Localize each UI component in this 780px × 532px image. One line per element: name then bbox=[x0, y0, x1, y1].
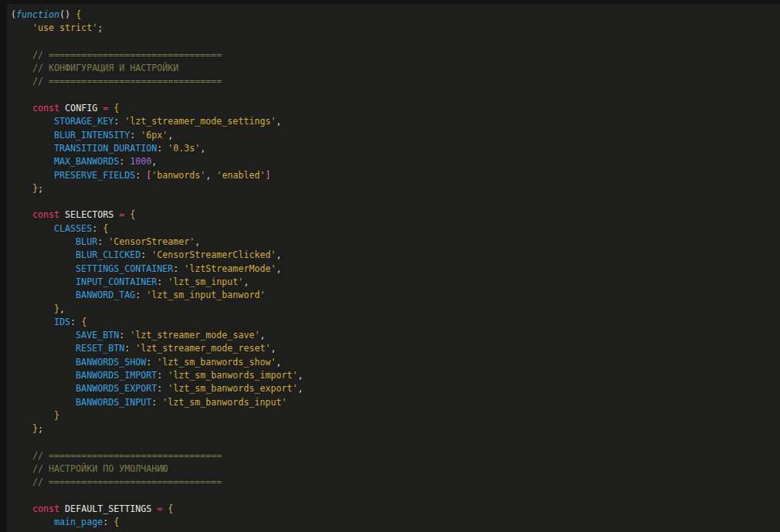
code-token-pun: : bbox=[157, 383, 168, 394]
code-token-pun: ; bbox=[38, 423, 43, 434]
code-token-key: BANWORD_TAG bbox=[76, 290, 135, 300]
code-editor[interactable]: (function() { 'use strict'; // =========… bbox=[7, 4, 780, 532]
code-line: BLUR: 'CensorStreamer', bbox=[11, 236, 780, 249]
code-line: BANWORDS_SHOW: 'lzt_sm_banwords_show', bbox=[11, 356, 780, 369]
code-token-brace: } bbox=[32, 423, 38, 434]
code-token-pln bbox=[11, 290, 76, 300]
code-token-key: BLUR_INTENSITY bbox=[54, 130, 130, 141]
code-token-str: 'lzt_sm_banwords_show' bbox=[157, 357, 276, 368]
code-line: main_page: { bbox=[11, 516, 780, 529]
code-line: }, bbox=[11, 303, 780, 316]
code-token-key: PRESERVE_FIELDS bbox=[54, 170, 135, 181]
code-line bbox=[11, 195, 780, 208]
code-token-com: // ================================ bbox=[32, 450, 222, 461]
code-token-pln bbox=[11, 249, 76, 260]
code-token-id: SELECTORS bbox=[65, 209, 114, 220]
code-token-pln bbox=[11, 330, 76, 341]
code-line: BLUR_INTENSITY: '6px', bbox=[11, 129, 780, 142]
code-token-str: 'lzt_streamer_mode_reset' bbox=[135, 343, 270, 354]
code-token-str: 'lzt_sm_input' bbox=[168, 276, 243, 287]
code-token-pun: , bbox=[243, 276, 249, 287]
code-token-pln bbox=[11, 357, 76, 368]
code-line: RESET_BTN: 'lzt_streamer_mode_reset', bbox=[11, 342, 780, 355]
code-token-pln bbox=[11, 463, 32, 474]
code-token-key: BANWORDS_SHOW bbox=[76, 357, 146, 368]
code-token-key: RESET_BTN bbox=[76, 343, 124, 354]
code-token-key: SAVE_BTN bbox=[76, 330, 119, 341]
code-token-pun: , bbox=[297, 383, 303, 394]
code-token-pln bbox=[11, 130, 54, 141]
code-token-pln bbox=[11, 156, 54, 167]
code-token-str: 'lzt_streamer_mode_save' bbox=[130, 330, 259, 341]
code-line bbox=[11, 436, 780, 449]
code-token-pln bbox=[11, 183, 32, 194]
code-token-pln bbox=[11, 103, 32, 114]
code-line: const CONFIG = { bbox=[11, 102, 780, 115]
code-token-pun: ( bbox=[11, 9, 16, 20]
code-token-pun: : bbox=[119, 330, 130, 341]
code-token-brace: { bbox=[114, 517, 119, 527]
code-token-pun: : bbox=[70, 317, 81, 327]
code-token-str: 'lzt_sm_banwords_export' bbox=[168, 383, 297, 394]
code-token-pln bbox=[11, 517, 54, 527]
code-token-key: SETTINGS_CONTAINER bbox=[76, 263, 173, 274]
code-token-pln bbox=[11, 317, 54, 327]
code-token-pln bbox=[11, 370, 76, 381]
code-token-pln bbox=[11, 410, 54, 421]
code-line: // ================================ bbox=[11, 449, 780, 463]
code-token-key: MAX_BANWORDS bbox=[54, 156, 119, 167]
code-token-id: DEFAULT_SETTINGS bbox=[65, 503, 151, 514]
code-token-pln bbox=[11, 263, 76, 274]
code-token-id: CONFIG bbox=[65, 103, 97, 114]
code-token-pun: , bbox=[151, 156, 157, 167]
code-token-com: // НАСТРОЙКИ ПО УМОЛЧАНИЮ bbox=[32, 463, 168, 474]
code-line bbox=[11, 490, 780, 503]
code-token-brk: ] bbox=[265, 170, 270, 181]
code-token-pun: , bbox=[200, 143, 205, 154]
code-token-com: // ================================ bbox=[32, 476, 222, 487]
code-token-key: BANWORDS_EXPORT bbox=[76, 383, 157, 394]
code-token-key: IDS bbox=[54, 317, 70, 327]
code-token-pun: : bbox=[135, 290, 146, 300]
code-token-pln bbox=[11, 22, 32, 33]
code-line: // ================================ bbox=[11, 75, 780, 88]
code-token-pun: , bbox=[195, 236, 200, 247]
code-token-key: BANWORDS_INPUT bbox=[76, 397, 151, 408]
code-token-key: CLASSES bbox=[54, 223, 92, 234]
code-token-str: 'lzt_sm_banwords_import' bbox=[168, 370, 297, 381]
code-token-pun: : bbox=[151, 397, 162, 408]
code-line: PRESERVE_FIELDS: ['banwords', 'enabled'] bbox=[11, 169, 780, 182]
code-token-pln bbox=[11, 303, 54, 314]
code-token-com: // ================================ bbox=[32, 49, 222, 60]
code-line: MAX_BANWORDS: 1000, bbox=[11, 155, 780, 168]
code-token-key: main_page bbox=[54, 517, 103, 527]
code-token-brace: { bbox=[130, 209, 135, 220]
code-token-pln bbox=[11, 143, 54, 154]
code-token-pln bbox=[11, 383, 76, 394]
code-token-pln bbox=[11, 223, 54, 234]
code-line: BANWORDS_INPUT: 'lzt_sm_banwords_input' bbox=[11, 396, 780, 409]
code-line: TRANSITION_DURATION: '0.3s', bbox=[11, 142, 780, 155]
code-token-pln bbox=[11, 170, 54, 181]
code-token-kw: const bbox=[32, 103, 59, 114]
code-line: 'use strict'; bbox=[11, 22, 780, 35]
code-token-str: 'lzt_sm_input_banword' bbox=[146, 290, 265, 300]
code-token-pun: , bbox=[59, 303, 65, 314]
code-token-fn: function bbox=[16, 9, 59, 20]
code-line: BANWORD_TAG: 'lzt_sm_input_banword' bbox=[11, 289, 780, 302]
code-token-str: 'lzt_sm_banwords_input' bbox=[162, 397, 287, 408]
code-token-pun: , bbox=[276, 116, 281, 127]
code-line: BANWORDS_IMPORT: 'lzt_sm_banwords_import… bbox=[11, 369, 780, 382]
code-token-pun: : bbox=[157, 276, 168, 287]
code-line: }; bbox=[11, 182, 780, 195]
code-token-pln bbox=[11, 76, 32, 86]
code-line: }; bbox=[11, 422, 780, 435]
code-token-pun: () bbox=[59, 9, 76, 20]
code-token-pun: : bbox=[130, 130, 141, 141]
code-token-pun: : bbox=[141, 249, 151, 260]
code-line: (function() { bbox=[11, 8, 780, 22]
code-token-pln bbox=[11, 450, 32, 461]
code-token-kw: const bbox=[32, 209, 59, 220]
code-line: IDS: { bbox=[11, 316, 780, 329]
code-token-str: 'banwords' bbox=[151, 170, 205, 181]
